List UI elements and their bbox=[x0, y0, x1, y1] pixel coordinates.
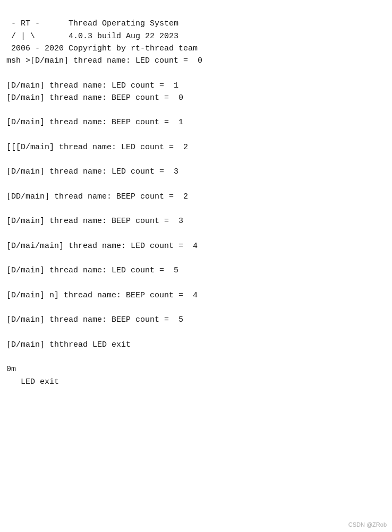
terminal-line bbox=[6, 277, 386, 289]
terminal-line: [DD/main] thread name: BEEP count = 2 bbox=[6, 191, 386, 203]
terminal-line bbox=[6, 302, 386, 314]
terminal-line: [D/mai/main] thread name: LED count = 4 bbox=[6, 240, 386, 252]
terminal-line: [D/main] thread name: BEEP count = 1 bbox=[6, 116, 386, 128]
terminal-line: 0m bbox=[6, 363, 386, 375]
terminal-line bbox=[6, 67, 386, 79]
terminal-line: [D/main] thread name: LED count = 3 bbox=[6, 166, 386, 178]
terminal-line bbox=[6, 153, 386, 166]
terminal-line: [D/main] n] thread name: BEEP count = 4 bbox=[6, 289, 386, 302]
terminal-line: [D/main] thread name: BEEP count = 0 bbox=[6, 92, 386, 104]
terminal-line: / | \ 4.0.3 build Aug 22 2023 bbox=[6, 30, 386, 42]
terminal-line: [D/main] ththread LED exit bbox=[6, 339, 386, 351]
terminal-line bbox=[6, 252, 386, 264]
terminal-line: [D/main] thread name: LED count = 1 bbox=[6, 80, 386, 92]
watermark: CSDN @ZRob bbox=[348, 521, 387, 528]
terminal-line bbox=[6, 203, 386, 215]
terminal-line bbox=[6, 351, 386, 363]
terminal-line: [D/main] thread name: LED count = 5 bbox=[6, 264, 386, 277]
terminal-output: - RT - Thread Operating System / | \ 4.0… bbox=[0, 0, 392, 409]
terminal-line: msh >[D/main] thread name: LED count = 0 bbox=[6, 55, 386, 67]
terminal-line bbox=[6, 327, 386, 339]
terminal-line: LED exit bbox=[6, 376, 386, 388]
terminal-line bbox=[6, 129, 386, 141]
terminal-line: - RT - Thread Operating System bbox=[6, 18, 386, 30]
terminal-line: 2006 - 2020 Copyright by rt-thread team bbox=[6, 42, 386, 55]
terminal-line bbox=[6, 178, 386, 191]
terminal-line: [D/main] thread name: BEEP count = 3 bbox=[6, 215, 386, 227]
terminal-line: [D/main] thread name: BEEP count = 5 bbox=[6, 314, 386, 326]
terminal-line bbox=[6, 228, 386, 240]
terminal-line: [[[D/main] thread name: LED count = 2 bbox=[6, 141, 386, 153]
terminal-line bbox=[6, 104, 386, 116]
